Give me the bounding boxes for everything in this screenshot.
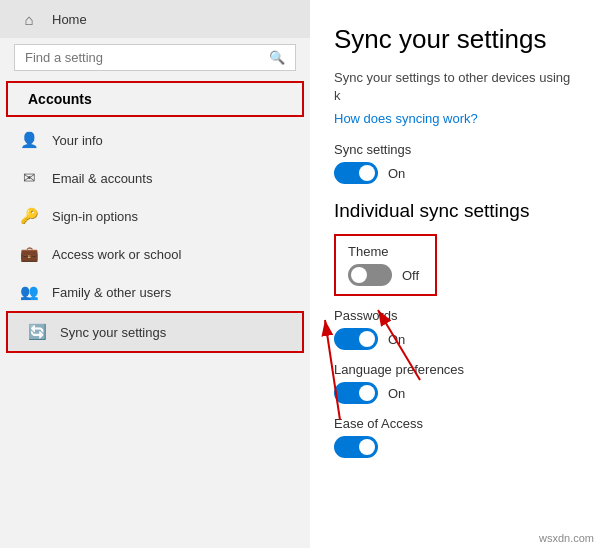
sidebar-item-sign-in[interactable]: 🔑 Sign-in options [0, 197, 310, 235]
sidebar: ⌂ Home 🔍 Accounts 👤 Your info ✉ Email & … [0, 0, 310, 548]
family-icon: 👥 [20, 283, 38, 301]
theme-toggle-row: Off [348, 264, 419, 286]
sync-settings-state: On [388, 166, 405, 181]
email-accounts-icon: ✉ [20, 169, 38, 187]
nav-list: 👤 Your info ✉ Email & accounts 🔑 Sign-in… [0, 121, 310, 353]
language-thumb [359, 385, 375, 401]
home-icon: ⌂ [20, 10, 38, 28]
theme-thumb [351, 267, 367, 283]
work-school-icon: 💼 [20, 245, 38, 263]
main-panel: Sync your settings Sync your settings to… [310, 0, 600, 548]
page-title: Sync your settings [334, 24, 576, 55]
individual-sync-title: Individual sync settings [334, 200, 576, 222]
search-input[interactable] [25, 50, 269, 65]
passwords-state: On [388, 332, 405, 347]
sign-in-icon: 🔑 [20, 207, 38, 225]
sync-settings-row: Sync settings On [334, 142, 576, 184]
sidebar-item-work-school[interactable]: 💼 Access work or school [0, 235, 310, 273]
sync-settings-thumb [359, 165, 375, 181]
other-settings: Passwords On Language preferences On Eas… [334, 308, 576, 458]
sidebar-item-label-your-info: Your info [52, 133, 103, 148]
search-icon: 🔍 [269, 50, 285, 65]
ease-label: Ease of Access [334, 416, 576, 431]
passwords-toggle[interactable] [334, 328, 378, 350]
watermark: wsxdn.com [539, 532, 594, 544]
ease-setting-row: Ease of Access [334, 416, 576, 458]
language-toggle-row: On [334, 382, 576, 404]
passwords-thumb [359, 331, 375, 347]
your-info-icon: 👤 [20, 131, 38, 149]
theme-state: Off [402, 268, 419, 283]
sync-settings-label: Sync settings [334, 142, 576, 157]
accounts-header: Accounts [6, 81, 304, 117]
sidebar-item-label-work-school: Access work or school [52, 247, 181, 262]
language-toggle[interactable] [334, 382, 378, 404]
sync-icon: 🔄 [28, 323, 46, 341]
sidebar-item-label-email-accounts: Email & accounts [52, 171, 152, 186]
sync-description: Sync your settings to other devices usin… [334, 69, 576, 105]
sidebar-item-sync[interactable]: 🔄 Sync your settings [6, 311, 304, 353]
sync-settings-toggle-row: On [334, 162, 576, 184]
sidebar-item-home[interactable]: ⌂ Home [0, 0, 310, 38]
ease-thumb [359, 439, 375, 455]
language-state: On [388, 386, 405, 401]
theme-label: Theme [348, 244, 419, 259]
search-box[interactable]: 🔍 [14, 44, 296, 71]
sync-settings-toggle[interactable] [334, 162, 378, 184]
passwords-toggle-row: On [334, 328, 576, 350]
language-label: Language preferences [334, 362, 576, 377]
theme-box: Theme Off [334, 234, 437, 296]
sidebar-item-email-accounts[interactable]: ✉ Email & accounts [0, 159, 310, 197]
sidebar-item-label-sign-in: Sign-in options [52, 209, 138, 224]
sidebar-item-label-family: Family & other users [52, 285, 171, 300]
theme-toggle[interactable] [348, 264, 392, 286]
passwords-setting-row: Passwords On [334, 308, 576, 350]
sidebar-item-label-sync: Sync your settings [60, 325, 166, 340]
home-label: Home [52, 12, 87, 27]
how-link[interactable]: How does syncing work? [334, 111, 576, 126]
sidebar-item-family[interactable]: 👥 Family & other users [0, 273, 310, 311]
language-setting-row: Language preferences On [334, 362, 576, 404]
passwords-label: Passwords [334, 308, 576, 323]
ease-toggle-row [334, 436, 576, 458]
ease-toggle[interactable] [334, 436, 378, 458]
sidebar-item-your-info[interactable]: 👤 Your info [0, 121, 310, 159]
